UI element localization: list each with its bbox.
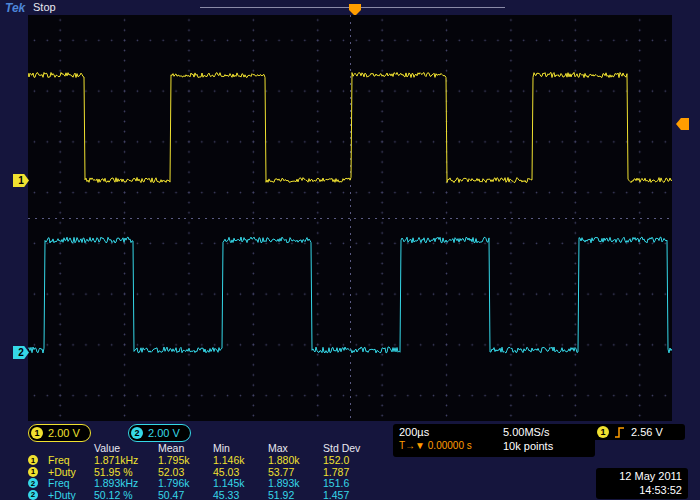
oscilloscope-screen: Tek Stop 1 2 1 2.00 V 2 2.00 V 200µs T→▼… <box>0 0 700 500</box>
channel2-marker-label: 2 <box>18 347 24 358</box>
trigger-position-value: 0.00000 s <box>428 440 472 451</box>
measurement-stddev: 152.0 <box>323 454 379 466</box>
trigger-level-value: 2.56 V <box>631 425 663 439</box>
channel2-badge-number: 2 <box>131 427 143 439</box>
col-header-max: Max <box>268 442 323 454</box>
col-header-mean: Mean <box>158 442 213 454</box>
channel1-scale-value: 2.00 V <box>48 427 80 439</box>
measurement-max: 51.92 <box>268 489 323 500</box>
measurement-stddev: 151.6 <box>323 477 379 489</box>
measurement-value: 50.12 % <box>94 489 158 500</box>
measurement-row: 2 Freq 1.893kHz 1.796k 1.145k 1.893k 151… <box>28 477 394 489</box>
row-channel-badge: 2 <box>28 478 38 488</box>
trigger-position-marker[interactable] <box>348 2 362 14</box>
measurement-min: 1.145k <box>213 477 268 489</box>
measurement-value: 1.893kHz <box>94 477 158 489</box>
measurement-row: 2 +Duty 50.12 % 50.47 45.33 51.92 1.457 <box>28 489 394 500</box>
measurement-name: +Duty <box>48 466 94 478</box>
measurement-name: +Duty <box>48 489 94 500</box>
measurement-header-row: Value Mean Min Max Std Dev <box>28 441 394 454</box>
sample-rate: 5.00MS/s <box>503 425 589 439</box>
waveform-display <box>28 15 672 421</box>
measurement-row: 1 Freq 1.871kHz 1.795k 1.146k 1.880k 152… <box>28 454 394 466</box>
trigger-source-badge: 1 <box>597 426 609 438</box>
date-value: 12 May 2011 <box>602 469 682 483</box>
channel1-badge-number: 1 <box>31 427 43 439</box>
measurement-min: 45.03 <box>213 466 268 478</box>
trigger-position-icon: T→▼ <box>399 440 425 451</box>
measurement-mean: 1.796k <box>158 477 213 489</box>
measurement-name: Freq <box>48 454 94 466</box>
measurement-mean: 52.03 <box>158 466 213 478</box>
col-header-stddev: Std Dev <box>323 442 379 454</box>
measurement-name: Freq <box>48 477 94 489</box>
channel2-ground-marker[interactable]: 2 <box>13 346 29 359</box>
channel1-scale-badge[interactable]: 1 2.00 V <box>28 424 91 442</box>
timebase-box[interactable]: 200µs T→▼ 0.00000 s <box>393 424 502 457</box>
row-channel-badge: 1 <box>28 455 38 465</box>
channel1-ground-marker[interactable]: 1 <box>13 174 29 187</box>
record-length: 10k points <box>503 439 589 453</box>
measurement-stddev: 1.787 <box>323 466 379 478</box>
channel1-marker-label: 1 <box>18 175 24 186</box>
trigger-settings-box[interactable]: 1 2.56 V <box>591 424 685 440</box>
channel2-scale-badge[interactable]: 2 2.00 V <box>128 424 191 442</box>
measurement-min: 1.146k <box>213 454 268 466</box>
acquisition-box[interactable]: 5.00MS/s 10k points <box>497 424 595 457</box>
measurement-max: 1.880k <box>268 454 323 466</box>
row-channel-badge: 2 <box>28 490 38 500</box>
trigger-position-readout: T→▼ 0.00000 s <box>399 439 496 453</box>
acquisition-status: Stop <box>33 1 56 13</box>
measurement-max: 53.77 <box>268 466 323 478</box>
timebase-scale: 200µs <box>399 425 496 439</box>
measurement-value: 51.95 % <box>94 466 158 478</box>
col-header-min: Min <box>213 442 268 454</box>
rising-edge-slope-icon <box>615 427 625 438</box>
measurement-value: 1.871kHz <box>94 454 158 466</box>
graticule <box>28 15 672 421</box>
measurement-row: 1 +Duty 51.95 % 52.03 45.03 53.77 1.787 <box>28 466 394 478</box>
measurement-table: Value Mean Min Max Std Dev 1 Freq 1.871k… <box>28 441 394 500</box>
measurement-mean: 50.47 <box>158 489 213 500</box>
tek-logo: Tek <box>5 1 25 15</box>
measurement-mean: 1.795k <box>158 454 213 466</box>
row-channel-badge: 1 <box>28 467 38 477</box>
col-header-value: Value <box>94 442 158 454</box>
measurement-stddev: 1.457 <box>323 489 379 500</box>
time-value: 14:53:52 <box>602 483 682 497</box>
trigger-level-arrow[interactable] <box>676 118 689 130</box>
measurement-max: 1.893k <box>268 477 323 489</box>
channel2-scale-value: 2.00 V <box>148 427 180 439</box>
measurement-min: 45.33 <box>213 489 268 500</box>
datetime-box: 12 May 2011 14:53:52 <box>596 468 688 499</box>
